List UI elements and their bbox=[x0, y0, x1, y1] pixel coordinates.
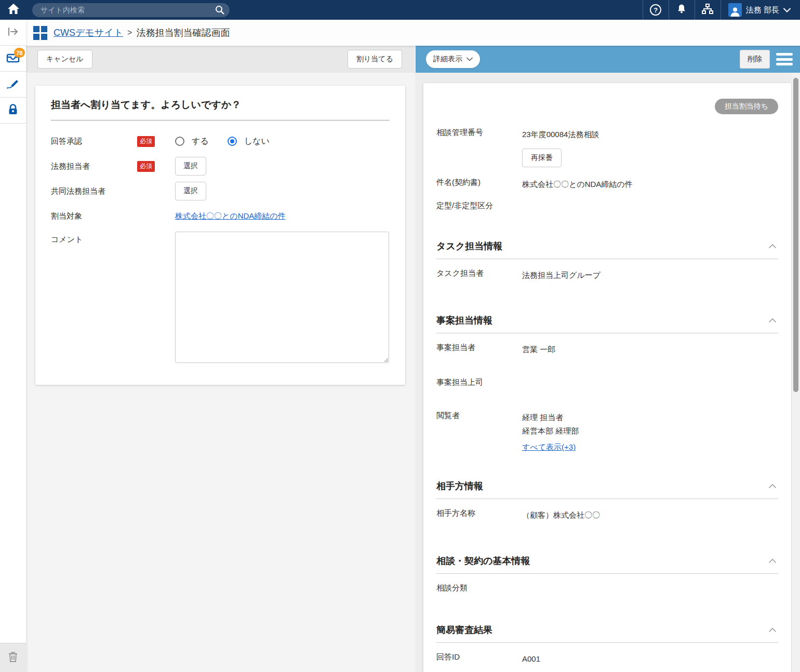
section-title: 相談・契約の基本情報 bbox=[436, 555, 530, 567]
detail-value: 法務担当上司グループ bbox=[522, 268, 601, 282]
renumber-button[interactable]: 再採番 bbox=[522, 149, 562, 167]
help-button[interactable]: ? bbox=[643, 0, 669, 20]
detail-row-task-owner: タスク担当者 法務担当上司グループ bbox=[436, 268, 778, 282]
search-icon[interactable] bbox=[214, 5, 225, 16]
field-row-co-legal-staff: 共同法務担当者 選択 bbox=[51, 182, 390, 200]
detail-view-dropdown[interactable]: 詳細表示 bbox=[426, 50, 480, 68]
vertical-scrollbar[interactable] bbox=[792, 73, 800, 672]
page-title: 法務担当割当確認画面 bbox=[136, 26, 230, 39]
breadcrumb: CWSデモサイト > 法務担当割当確認画面 bbox=[0, 20, 800, 46]
radio-option-no[interactable]: しない bbox=[228, 136, 270, 147]
detail-row-renumber: 再採番 bbox=[436, 149, 778, 167]
detail-row-consult-category: 相談分類 bbox=[436, 583, 778, 595]
radio-checked-icon[interactable] bbox=[228, 137, 237, 146]
scrollbar-thumb[interactable] bbox=[793, 78, 798, 392]
section-basic-info: 相談・契約の基本情報 bbox=[436, 555, 778, 574]
sidebar-collapse-button[interactable] bbox=[0, 20, 26, 46]
required-badge: 必須 bbox=[137, 136, 155, 147]
assignment-target-link[interactable]: 株式会社〇〇とのNDA締結の件 bbox=[175, 211, 286, 221]
detail-label: 件名(契約書) bbox=[436, 178, 522, 187]
radio-unchecked-icon[interactable] bbox=[175, 137, 184, 146]
detail-row-case-owner: 事案担当者 営業 一郎 bbox=[436, 343, 778, 356]
select-co-legal-staff-button[interactable]: 選択 bbox=[175, 182, 206, 200]
detail-value: 営業 一郎 bbox=[522, 343, 555, 356]
collapse-chevron-icon[interactable] bbox=[769, 318, 776, 322]
detail-label: 回答ID bbox=[436, 652, 522, 662]
menu-icon[interactable] bbox=[776, 53, 793, 65]
search-input[interactable] bbox=[41, 6, 212, 14]
notifications-button[interactable] bbox=[669, 0, 695, 20]
status-badge: 担当割当待ち bbox=[715, 99, 778, 114]
assignment-form-card: 担当者へ割り当てます。よろしいですか？ 回答承認 必須 する しない 法 bbox=[35, 86, 405, 385]
detail-value: 23年度00084法務相談 bbox=[522, 128, 599, 141]
collapse-chevron-icon[interactable] bbox=[769, 484, 776, 488]
collapse-chevron-icon[interactable] bbox=[769, 244, 776, 248]
detail-label: 相談分類 bbox=[436, 583, 522, 593]
sidebar-item-trash[interactable] bbox=[0, 643, 26, 672]
section-title: タスク担当情報 bbox=[436, 240, 502, 252]
chevron-down-icon bbox=[783, 5, 791, 15]
collapse-chevron-icon[interactable] bbox=[769, 559, 776, 563]
sidebar-item-security[interactable] bbox=[0, 98, 26, 124]
comment-textarea[interactable] bbox=[175, 232, 389, 363]
detail-value: （顧客）株式会社〇〇 bbox=[522, 508, 600, 522]
detail-label: 事案担当者 bbox=[436, 343, 522, 353]
org-chart-button[interactable] bbox=[695, 0, 721, 20]
cancel-button[interactable]: キャンセル bbox=[37, 50, 92, 69]
top-navigation-bar: ? 法務 部長 bbox=[0, 0, 800, 20]
section-title: 簡易審査結果 bbox=[436, 624, 492, 636]
breadcrumb-site-link[interactable]: CWSデモサイト bbox=[54, 26, 123, 39]
field-label: 共同法務担当者 bbox=[51, 186, 137, 196]
sitemap-icon bbox=[701, 3, 714, 17]
icon-sidebar: 78 bbox=[0, 20, 26, 672]
detail-label: 相談管理番号 bbox=[436, 128, 522, 138]
inbox-count-badge: 78 bbox=[14, 48, 25, 58]
section-case-info: 事案担当情報 bbox=[436, 314, 778, 333]
bell-icon bbox=[676, 3, 687, 17]
site-logo-icon bbox=[33, 26, 47, 40]
collapse-chevron-icon[interactable] bbox=[769, 628, 776, 632]
radio-option-yes[interactable]: する bbox=[175, 136, 209, 147]
detail-value: A001 bbox=[522, 652, 540, 666]
detail-label: 事案担当上司 bbox=[436, 378, 522, 387]
help-icon: ? bbox=[650, 4, 661, 16]
home-button[interactable] bbox=[0, 0, 27, 20]
field-row-target: 割当対象 株式会社〇〇とのNDA締結の件 bbox=[51, 207, 390, 225]
collapse-arrow-icon bbox=[7, 27, 19, 38]
select-legal-staff-button[interactable]: 選択 bbox=[175, 157, 206, 176]
section-counterparty-info: 相手方情報 bbox=[436, 480, 778, 499]
viewer-line: 経理 担当者 bbox=[522, 411, 579, 424]
site-search bbox=[32, 3, 230, 17]
assignment-toolbar: キャンセル 割り当てる bbox=[26, 46, 415, 73]
field-row-legal-staff: 法務担当者 必須 選択 bbox=[51, 157, 390, 176]
detail-row-consult-no: 相談管理番号 23年度00084法務相談 bbox=[436, 128, 778, 141]
section-task-info: タスク担当情報 bbox=[436, 240, 778, 259]
detail-row-case-supervisor: 事案担当上司 bbox=[436, 378, 778, 389]
show-all-viewers-link[interactable]: すべて表示(+3) bbox=[522, 442, 576, 451]
user-menu[interactable]: 法務 部長 bbox=[721, 0, 800, 20]
field-label: コメント bbox=[51, 235, 137, 245]
field-row-comment: コメント bbox=[51, 232, 390, 363]
section-quick-review: 簡易審査結果 bbox=[436, 624, 778, 643]
field-label: 割当対象 bbox=[51, 211, 137, 221]
detail-row-subject: 件名(契約書) 株式会社〇〇とのNDA締結の件 bbox=[436, 178, 778, 191]
trash-icon bbox=[7, 651, 19, 665]
delete-button[interactable]: 削除 bbox=[740, 50, 770, 69]
detail-value: 経理 担当者 経営本部 経理部 すべて表示(+3) bbox=[522, 411, 579, 454]
assign-button[interactable]: 割り当てる bbox=[348, 50, 402, 69]
detail-label: 相手方名称 bbox=[436, 508, 522, 518]
detail-header: 詳細表示 削除 bbox=[416, 46, 800, 73]
detail-label: タスク担当者 bbox=[436, 268, 522, 278]
viewer-line: 経営本部 経理部 bbox=[522, 424, 579, 438]
detail-label: 閲覧者 bbox=[436, 411, 522, 421]
detail-panel: 詳細表示 削除 担当割当待ち 相談管理番号 23年度00084法務相談 再採番 … bbox=[416, 46, 800, 672]
consultation-detail-card: 担当割当待ち 相談管理番号 23年度00084法務相談 再採番 件名(契約書) … bbox=[423, 83, 791, 672]
sidebar-item-sign[interactable] bbox=[0, 72, 26, 98]
detail-value: 株式会社〇〇とのNDA締結の件 bbox=[522, 178, 633, 191]
radio-label: しない bbox=[244, 136, 270, 147]
sidebar-item-inbox[interactable]: 78 bbox=[0, 46, 26, 72]
detail-row-type: 定型/非定型区分 bbox=[436, 201, 778, 211]
lock-icon bbox=[7, 103, 19, 118]
detail-view-label: 詳細表示 bbox=[433, 55, 462, 64]
field-row-approval: 回答承認 必須 する しない bbox=[51, 132, 390, 151]
